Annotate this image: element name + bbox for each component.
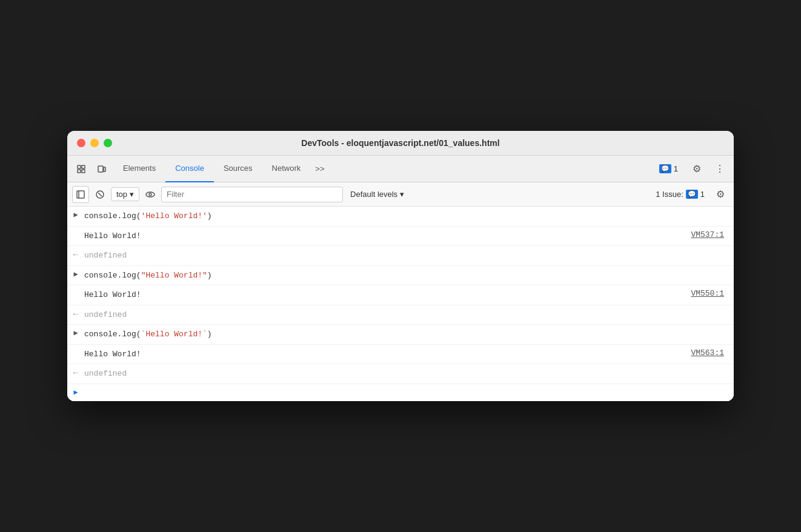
devtools-container: Elements Console Sources Network >> 💬 [67,156,734,401]
traffic-lights [77,139,112,147]
svg-rect-3 [82,170,85,173]
expand-chevron[interactable]: ▶ [67,327,84,337]
console-row: ▶ console.log("Hello World!") [67,266,734,286]
maximize-button[interactable] [104,139,112,147]
row-indent [67,229,84,230]
console-row: Hello World! VM563:1 [67,345,734,365]
return-arrow-icon: ← [73,250,78,259]
svg-rect-2 [78,170,81,173]
return-arrow-col: ← [67,248,84,259]
issues-button[interactable]: 1 Issue: 💬 1 [651,188,710,201]
default-levels-button[interactable]: Default levels ▾ [345,188,409,201]
console-toolbar: top ▾ Default levels ▾ 1 Issue: 💬 1 [67,182,734,207]
inspect-element-button[interactable] [72,160,90,178]
chevron-down-icon: ▾ [130,190,134,199]
sidebar-toggle-button[interactable] [72,186,89,203]
console-output-text: Hello World! [84,229,691,244]
source-link[interactable]: VM550:1 [691,288,729,298]
console-row: ← undefined [67,364,734,384]
source-link[interactable]: VM563:1 [691,347,729,357]
toolbar-right: 💬 1 ⚙ ⋮ [654,160,729,178]
tab-more[interactable]: >> [310,156,329,182]
svg-rect-6 [77,191,84,198]
eye-button[interactable] [142,186,159,203]
expand-chevron[interactable]: ▶ [67,268,84,279]
console-row: ← undefined [67,246,734,266]
svg-point-10 [146,192,155,197]
devtools-window: DevTools - eloquentjavascript.net/01_val… [67,131,734,401]
row-indent [67,288,84,289]
undefined-value: undefined [84,367,729,381]
context-selector[interactable]: top ▾ [111,187,139,201]
console-prompt-row: ▶ [67,384,734,401]
console-input-code: console.log("Hello World!") [84,268,729,283]
console-settings-button[interactable]: ⚙ [712,186,729,203]
console-row: Hello World! VM550:1 [67,285,734,305]
message-badge-button[interactable]: 💬 1 [654,162,683,175]
tab-console[interactable]: Console [165,156,214,182]
clear-console-button[interactable] [91,186,108,203]
gear-icon: ⚙ [716,188,725,200]
svg-rect-4 [98,166,103,172]
main-toolbar: Elements Console Sources Network >> 💬 [67,156,734,182]
svg-rect-5 [104,167,105,171]
console-input-code: console.log('Hello World!') [84,209,729,224]
tab-elements[interactable]: Elements [113,156,165,182]
message-icon: 💬 [659,164,671,173]
tab-bar: Elements Console Sources Network >> [113,156,652,182]
issue-badge: 💬 [686,190,698,199]
title-bar: DevTools - eloquentjavascript.net/01_val… [67,131,734,156]
svg-line-9 [98,193,102,196]
tab-network[interactable]: Network [262,156,311,182]
svg-rect-0 [78,165,81,168]
console-row: ▶ console.log('Hello World!') [67,207,734,227]
source-link[interactable]: VM537:1 [691,229,729,239]
close-button[interactable] [77,139,85,147]
console-output: ▶ console.log('Hello World!') Hello Worl… [67,207,734,401]
svg-rect-1 [82,165,85,168]
minimize-button[interactable] [90,139,99,147]
more-options-button[interactable]: ⋮ [711,160,729,178]
svg-point-11 [149,193,151,196]
console-output-text: Hello World! [84,288,691,302]
ellipsis-icon: ⋮ [715,163,725,175]
prompt-chevron: ▶ [67,388,84,397]
expand-chevron[interactable]: ▶ [67,209,84,219]
gear-icon: ⚙ [693,163,701,175]
device-toolbar-button[interactable] [93,160,111,178]
undefined-value: undefined [84,248,729,263]
console-output-text: Hello World! [84,347,691,362]
return-arrow-col: ← [67,367,84,377]
tab-sources[interactable]: Sources [214,156,262,182]
console-input[interactable] [84,388,729,397]
window-title: DevTools - eloquentjavascript.net/01_val… [301,138,499,148]
row-indent [67,347,84,348]
console-row: ← undefined [67,305,734,325]
chevron-down-icon: ▾ [400,190,404,199]
return-arrow-col: ← [67,308,84,319]
settings-button[interactable]: ⚙ [688,160,706,178]
console-row: Hello World! VM537:1 [67,227,734,247]
return-arrow-icon: ← [73,309,78,319]
console-input-code: console.log(`Hello World!`) [84,327,729,342]
filter-input[interactable] [161,187,343,202]
return-arrow-icon: ← [73,368,78,377]
undefined-value: undefined [84,308,729,322]
console-row: ▶ console.log(`Hello World!`) [67,325,734,345]
